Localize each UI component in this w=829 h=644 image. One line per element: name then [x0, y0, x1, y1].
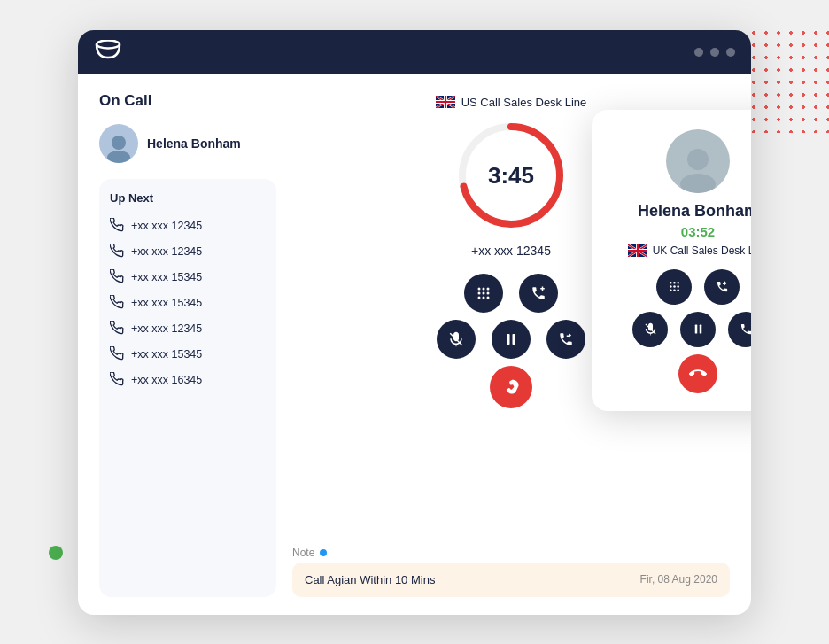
phone-icon	[110, 321, 124, 338]
agent-avatar	[99, 124, 138, 163]
call-number: +xx xxx 12345	[131, 245, 202, 258]
svg-point-19	[680, 174, 716, 193]
float-actions-row-2	[632, 312, 751, 347]
svg-point-0	[97, 40, 120, 48]
call-actions-row-2	[437, 320, 585, 359]
svg-point-11	[487, 291, 490, 294]
app-logo	[94, 40, 122, 65]
svg-rect-31	[694, 325, 697, 334]
svg-point-29	[677, 289, 679, 291]
float-mute-button[interactable]	[632, 312, 668, 347]
phone-icon	[110, 346, 124, 363]
call-actions-row-3	[490, 366, 532, 408]
call-number: +xx xxx 12345	[131, 322, 202, 335]
list-item[interactable]: +xx xxx 12345	[110, 316, 266, 342]
float-actions-row-1	[656, 269, 740, 305]
float-actions	[608, 269, 751, 393]
float-name: Helena Bonham	[638, 202, 751, 221]
phone-icon	[110, 244, 124, 260]
float-transfer-button[interactable]	[704, 269, 740, 305]
call-number: +xx xxx 15345	[131, 271, 202, 283]
agent-name: Helena Bonham	[147, 136, 241, 151]
call-number: +xx xxx 15345	[131, 297, 202, 309]
float-timer: 03:52	[681, 224, 715, 239]
call-number: +xx xxx 15345	[131, 348, 202, 361]
svg-rect-32	[699, 325, 701, 334]
svg-point-2	[107, 151, 130, 163]
call-source-text: US Call Sales Desk Line	[461, 96, 587, 109]
note-label: Note	[292, 547, 730, 559]
svg-point-8	[487, 287, 490, 290]
float-add-call-button[interactable]	[728, 312, 751, 347]
call-actions-row-1	[464, 274, 558, 313]
note-text: Call Agian Within 10 Mins	[305, 573, 435, 586]
svg-point-6	[478, 287, 481, 290]
svg-point-25	[673, 285, 676, 288]
note-box: Call Agian Within 10 Mins Fir, 08 Aug 20…	[292, 563, 730, 597]
float-actions-row-3	[678, 354, 717, 393]
svg-point-10	[483, 291, 485, 294]
list-item[interactable]: +xx xxx 12345	[110, 239, 266, 265]
float-source-text: UK Call Sales Desk Line	[653, 244, 751, 257]
up-next-title: Up Next	[110, 191, 266, 205]
float-source: UK Call Sales Desk Line	[628, 244, 751, 257]
keypad-button[interactable]	[464, 274, 503, 313]
list-item[interactable]: +xx xxx 15345	[110, 265, 266, 291]
list-item[interactable]: +xx xxx 16345	[110, 368, 266, 393]
svg-point-27	[670, 289, 672, 291]
dot-2	[710, 48, 719, 57]
note-date: Fir, 08 Aug 2020	[640, 573, 717, 586]
svg-point-9	[478, 291, 481, 294]
floating-card: Helena Bonham 03:52 UK Call Sales Desk L…	[592, 110, 751, 411]
timer-ring: 3:45	[453, 118, 569, 233]
svg-rect-17	[513, 334, 515, 345]
svg-point-26	[677, 285, 679, 288]
call-list: +xx xxx 12345 +xx xxx 12345 +xx xxx 1534…	[110, 213, 266, 393]
float-avatar	[666, 129, 730, 193]
svg-point-13	[483, 296, 485, 299]
end-call-button[interactable]	[490, 366, 532, 408]
main-window: On Call Helena Bonham Up Next	[78, 30, 751, 615]
note-section: Note Call Agian Within 10 Mins Fir, 08 A…	[292, 547, 730, 597]
svg-point-18	[687, 149, 709, 170]
add-call-button[interactable]	[519, 274, 558, 313]
pause-button[interactable]	[492, 320, 531, 359]
phone-icon	[110, 269, 124, 286]
list-item[interactable]: +xx xxx 12345	[110, 213, 266, 239]
svg-point-22	[673, 282, 676, 284]
svg-point-28	[673, 289, 676, 291]
call-number: +xx xxx 16345	[131, 374, 202, 386]
svg-point-7	[483, 287, 485, 290]
phone-icon	[110, 372, 124, 389]
up-next-panel: Up Next +xx xxx 12345 +xx xxx 12345	[99, 179, 276, 597]
float-pause-button[interactable]	[680, 312, 716, 347]
call-actions	[437, 274, 585, 408]
caller-number: +xx xxx 12345	[471, 244, 551, 258]
titlebar	[78, 30, 751, 74]
dot-3	[726, 48, 735, 57]
call-number: +xx xxx 12345	[131, 220, 202, 232]
svg-rect-16	[507, 334, 510, 345]
float-end-call-button[interactable]	[678, 354, 717, 393]
phone-icon	[110, 218, 124, 235]
call-source: US Call Sales Desk Line	[436, 96, 587, 109]
svg-point-21	[670, 282, 672, 284]
deco-green-circle	[49, 546, 63, 560]
uk-flag-icon	[436, 96, 455, 108]
timer-display: 3:45	[488, 161, 534, 189]
dot-1	[694, 48, 703, 57]
svg-point-12	[478, 296, 481, 299]
float-flag-icon	[628, 244, 647, 257]
transfer-button[interactable]	[546, 320, 585, 359]
list-item[interactable]: +xx xxx 15345	[110, 342, 266, 368]
on-call-label: On Call	[99, 92, 276, 110]
titlebar-dots	[694, 48, 735, 57]
note-indicator	[320, 549, 327, 556]
svg-point-14	[487, 296, 490, 299]
float-keypad-button[interactable]	[656, 269, 692, 305]
content-area: On Call Helena Bonham Up Next	[78, 74, 751, 615]
list-item[interactable]: +xx xxx 15345	[110, 291, 266, 316]
svg-point-23	[677, 282, 679, 284]
svg-point-1	[112, 136, 126, 150]
mute-button[interactable]	[437, 320, 476, 359]
